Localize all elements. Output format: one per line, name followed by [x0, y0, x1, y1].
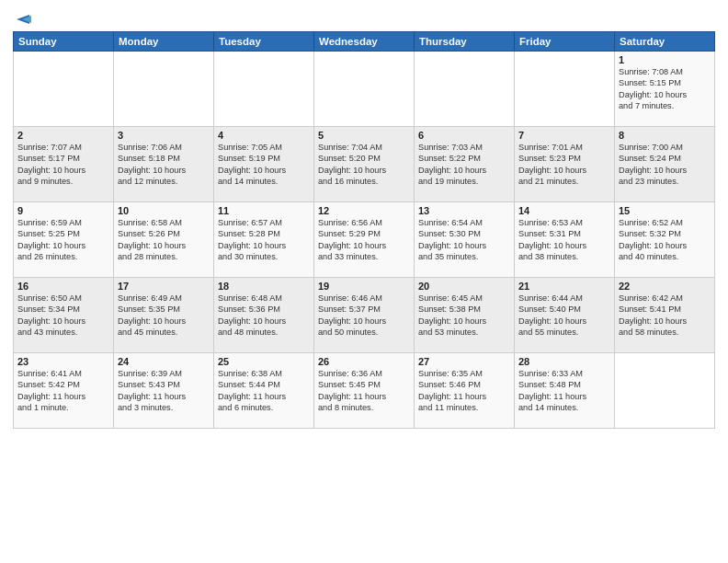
- day-number: 18: [218, 281, 310, 292]
- day-cell: 8Sunrise: 7:00 AM Sunset: 5:24 PM Daylig…: [615, 127, 715, 202]
- day-cell: 5Sunrise: 7:04 AM Sunset: 5:20 PM Daylig…: [314, 127, 415, 202]
- day-info: Sunrise: 6:35 AM Sunset: 5:46 PM Dayligh…: [418, 368, 510, 414]
- day-info: Sunrise: 6:39 AM Sunset: 5:43 PM Dayligh…: [118, 368, 210, 414]
- day-cell: 14Sunrise: 6:53 AM Sunset: 5:31 PM Dayli…: [515, 202, 615, 278]
- day-info: Sunrise: 6:52 AM Sunset: 5:32 PM Dayligh…: [619, 217, 711, 263]
- day-info: Sunrise: 7:06 AM Sunset: 5:18 PM Dayligh…: [118, 142, 210, 188]
- day-number: 19: [318, 281, 410, 292]
- day-info: Sunrise: 6:38 AM Sunset: 5:44 PM Dayligh…: [218, 368, 310, 414]
- day-info: Sunrise: 6:54 AM Sunset: 5:30 PM Dayligh…: [418, 217, 510, 263]
- day-number: 22: [619, 281, 711, 292]
- day-number: 27: [418, 356, 510, 367]
- day-number: 6: [418, 130, 510, 141]
- logo-icon: [15, 13, 31, 26]
- day-number: 5: [318, 130, 410, 141]
- day-number: 14: [518, 205, 610, 216]
- day-cell: 22Sunrise: 6:42 AM Sunset: 5:41 PM Dayli…: [615, 278, 715, 353]
- day-number: 16: [17, 281, 109, 292]
- day-info: Sunrise: 6:45 AM Sunset: 5:38 PM Dayligh…: [418, 293, 510, 339]
- day-number: 15: [619, 205, 711, 216]
- day-info: Sunrise: 6:36 AM Sunset: 5:45 PM Dayligh…: [318, 368, 410, 414]
- calendar-table: SundayMondayTuesdayWednesdayThursdayFrid…: [13, 31, 715, 429]
- day-info: Sunrise: 6:50 AM Sunset: 5:34 PM Dayligh…: [17, 293, 109, 339]
- day-cell: [314, 52, 415, 127]
- day-number: 2: [17, 130, 109, 141]
- day-cell: [14, 52, 114, 127]
- day-number: 7: [518, 130, 610, 141]
- day-cell: 11Sunrise: 6:57 AM Sunset: 5:28 PM Dayli…: [214, 202, 314, 278]
- day-cell: [114, 52, 214, 127]
- day-cell: 19Sunrise: 6:46 AM Sunset: 5:37 PM Dayli…: [314, 278, 415, 353]
- day-number: 10: [118, 205, 210, 216]
- day-cell: 23Sunrise: 6:41 AM Sunset: 5:42 PM Dayli…: [14, 353, 114, 429]
- day-info: Sunrise: 6:33 AM Sunset: 5:48 PM Dayligh…: [518, 368, 610, 414]
- day-cell: 20Sunrise: 6:45 AM Sunset: 5:38 PM Dayli…: [415, 278, 515, 353]
- weekday-friday: Friday: [515, 32, 615, 52]
- week-row-2: 2Sunrise: 7:07 AM Sunset: 5:17 PM Daylig…: [14, 127, 715, 202]
- weekday-wednesday: Wednesday: [314, 32, 415, 52]
- day-number: 23: [17, 356, 109, 367]
- weekday-monday: Monday: [114, 32, 214, 52]
- weekday-saturday: Saturday: [615, 32, 715, 52]
- header: [13, 9, 715, 26]
- calendar-body: 1Sunrise: 7:08 AM Sunset: 5:15 PM Daylig…: [14, 52, 715, 429]
- day-cell: 17Sunrise: 6:49 AM Sunset: 5:35 PM Dayli…: [114, 278, 214, 353]
- day-info: Sunrise: 6:56 AM Sunset: 5:29 PM Dayligh…: [318, 217, 410, 263]
- day-cell: [515, 52, 615, 127]
- day-cell: 3Sunrise: 7:06 AM Sunset: 5:18 PM Daylig…: [114, 127, 214, 202]
- day-cell: 27Sunrise: 6:35 AM Sunset: 5:46 PM Dayli…: [415, 353, 515, 429]
- weekday-sunday: Sunday: [14, 32, 114, 52]
- logo: [13, 13, 31, 26]
- day-cell: 15Sunrise: 6:52 AM Sunset: 5:32 PM Dayli…: [615, 202, 715, 278]
- day-number: 4: [218, 130, 310, 141]
- day-number: 28: [518, 356, 610, 367]
- day-info: Sunrise: 7:07 AM Sunset: 5:17 PM Dayligh…: [17, 142, 109, 188]
- day-info: Sunrise: 7:01 AM Sunset: 5:23 PM Dayligh…: [518, 142, 610, 188]
- day-info: Sunrise: 7:05 AM Sunset: 5:19 PM Dayligh…: [218, 142, 310, 188]
- weekday-row: SundayMondayTuesdayWednesdayThursdayFrid…: [14, 32, 715, 52]
- day-info: Sunrise: 6:57 AM Sunset: 5:28 PM Dayligh…: [218, 217, 310, 263]
- day-cell: 13Sunrise: 6:54 AM Sunset: 5:30 PM Dayli…: [415, 202, 515, 278]
- day-cell: 6Sunrise: 7:03 AM Sunset: 5:22 PM Daylig…: [415, 127, 515, 202]
- day-number: 21: [518, 281, 610, 292]
- day-cell: 21Sunrise: 6:44 AM Sunset: 5:40 PM Dayli…: [515, 278, 615, 353]
- weekday-tuesday: Tuesday: [214, 32, 314, 52]
- day-info: Sunrise: 6:41 AM Sunset: 5:42 PM Dayligh…: [17, 368, 109, 414]
- day-info: Sunrise: 6:44 AM Sunset: 5:40 PM Dayligh…: [518, 293, 610, 339]
- day-number: 12: [318, 205, 410, 216]
- day-cell: 28Sunrise: 6:33 AM Sunset: 5:48 PM Dayli…: [515, 353, 615, 429]
- day-info: Sunrise: 7:00 AM Sunset: 5:24 PM Dayligh…: [619, 142, 711, 188]
- day-info: Sunrise: 6:59 AM Sunset: 5:25 PM Dayligh…: [17, 217, 109, 263]
- day-number: 13: [418, 205, 510, 216]
- day-info: Sunrise: 6:48 AM Sunset: 5:36 PM Dayligh…: [218, 293, 310, 339]
- day-number: 17: [118, 281, 210, 292]
- day-info: Sunrise: 6:58 AM Sunset: 5:26 PM Dayligh…: [118, 217, 210, 263]
- day-cell: 16Sunrise: 6:50 AM Sunset: 5:34 PM Dayli…: [14, 278, 114, 353]
- day-info: Sunrise: 6:49 AM Sunset: 5:35 PM Dayligh…: [118, 293, 210, 339]
- day-number: 3: [118, 130, 210, 141]
- day-info: Sunrise: 6:46 AM Sunset: 5:37 PM Dayligh…: [318, 293, 410, 339]
- weekday-thursday: Thursday: [415, 32, 515, 52]
- day-number: 9: [17, 205, 109, 216]
- day-cell: 4Sunrise: 7:05 AM Sunset: 5:19 PM Daylig…: [214, 127, 314, 202]
- week-row-1: 1Sunrise: 7:08 AM Sunset: 5:15 PM Daylig…: [14, 52, 715, 127]
- week-row-3: 9Sunrise: 6:59 AM Sunset: 5:25 PM Daylig…: [14, 202, 715, 278]
- calendar-header: SundayMondayTuesdayWednesdayThursdayFrid…: [14, 32, 715, 52]
- day-cell: 12Sunrise: 6:56 AM Sunset: 5:29 PM Dayli…: [314, 202, 415, 278]
- day-number: 1: [619, 54, 711, 65]
- day-info: Sunrise: 6:42 AM Sunset: 5:41 PM Dayligh…: [619, 293, 711, 339]
- day-cell: 18Sunrise: 6:48 AM Sunset: 5:36 PM Dayli…: [214, 278, 314, 353]
- day-info: Sunrise: 7:08 AM Sunset: 5:15 PM Dayligh…: [619, 66, 711, 112]
- day-number: 25: [218, 356, 310, 367]
- day-cell: 2Sunrise: 7:07 AM Sunset: 5:17 PM Daylig…: [14, 127, 114, 202]
- day-cell: 9Sunrise: 6:59 AM Sunset: 5:25 PM Daylig…: [14, 202, 114, 278]
- week-row-5: 23Sunrise: 6:41 AM Sunset: 5:42 PM Dayli…: [14, 353, 715, 429]
- day-cell: 7Sunrise: 7:01 AM Sunset: 5:23 PM Daylig…: [515, 127, 615, 202]
- day-number: 11: [218, 205, 310, 216]
- day-info: Sunrise: 7:04 AM Sunset: 5:20 PM Dayligh…: [318, 142, 410, 188]
- day-number: 20: [418, 281, 510, 292]
- day-info: Sunrise: 7:03 AM Sunset: 5:22 PM Dayligh…: [418, 142, 510, 188]
- day-cell: 10Sunrise: 6:58 AM Sunset: 5:26 PM Dayli…: [114, 202, 214, 278]
- day-number: 24: [118, 356, 210, 367]
- week-row-4: 16Sunrise: 6:50 AM Sunset: 5:34 PM Dayli…: [14, 278, 715, 353]
